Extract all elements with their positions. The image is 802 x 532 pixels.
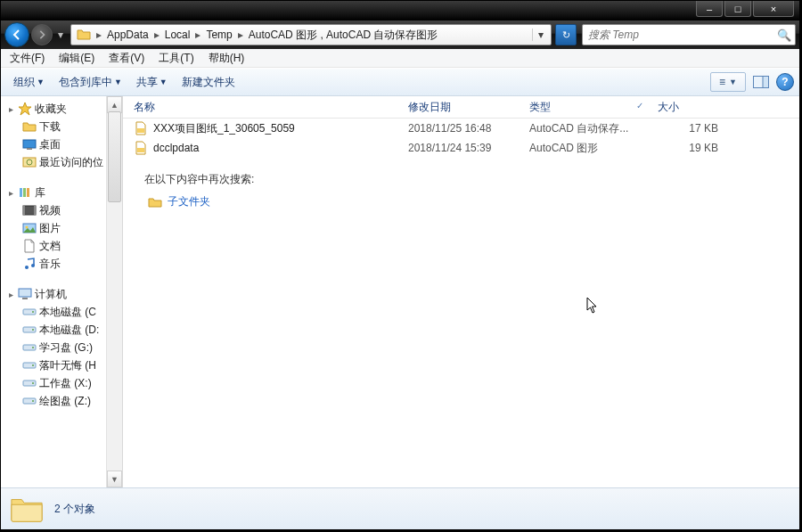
close-button[interactable]: × xyxy=(753,1,794,17)
library-icon xyxy=(18,185,32,200)
list-icon: ≡ xyxy=(719,76,725,88)
tree-label: 本地磁盘 (C xyxy=(39,305,96,320)
mouse-cursor-icon xyxy=(586,297,599,318)
dwg-file-icon xyxy=(134,121,148,135)
menu-view[interactable]: 查看(V) xyxy=(103,50,150,67)
file-date: 2018/11/25 16:48 xyxy=(397,122,519,135)
svg-point-30 xyxy=(32,400,34,402)
new-folder-button[interactable]: 新建文件夹 xyxy=(175,73,242,92)
tree-drive-h[interactable]: 落叶无悔 (H xyxy=(1,356,122,374)
preview-pane-button[interactable] xyxy=(751,73,771,91)
tree-label: 视频 xyxy=(39,203,61,218)
tree-libraries[interactable]: ▸ 库 xyxy=(1,184,122,201)
organize-button[interactable]: 组织▼ xyxy=(6,73,52,92)
svg-rect-11 xyxy=(23,206,25,215)
scroll-down-icon[interactable]: ▼ xyxy=(107,471,122,487)
tree-drive-x[interactable]: 工作盘 (X:) xyxy=(1,374,122,392)
tree-label: 计算机 xyxy=(35,287,67,302)
search-box[interactable]: 🔍 xyxy=(582,24,796,45)
tree-music[interactable]: 音乐 xyxy=(1,255,122,273)
search-again-label: 在以下内容中再次搜索: xyxy=(144,172,778,187)
dwg-file-icon xyxy=(134,141,148,155)
drive-icon xyxy=(22,376,37,390)
file-list-pane: 名称 修改日期 类型 ✓ 大小 XXX项目图纸_1_30605_5059 201… xyxy=(123,96,799,487)
file-type: AutoCAD 图形 xyxy=(519,141,647,156)
tree-documents[interactable]: 文档 xyxy=(1,237,122,255)
breadcrumb-dropdown[interactable]: ▾ xyxy=(532,29,549,41)
expand-arrow-icon[interactable]: ▸ xyxy=(6,290,15,299)
share-label: 共享 xyxy=(136,75,158,90)
svg-rect-17 xyxy=(19,289,31,297)
menu-tools[interactable]: 工具(T) xyxy=(153,50,199,67)
tree-desktop[interactable]: 桌面 xyxy=(1,135,122,153)
tree-label: 落叶无悔 (H xyxy=(39,358,96,373)
menu-edit[interactable]: 编辑(E) xyxy=(53,50,100,67)
svg-rect-32 xyxy=(137,148,144,152)
column-date[interactable]: 修改日期 xyxy=(397,96,519,118)
file-name: XXX项目图纸_1_30605_5059 xyxy=(153,121,295,136)
include-library-button[interactable]: 包含到库中▼ xyxy=(52,73,129,92)
svg-rect-4 xyxy=(27,148,32,150)
new-folder-label: 新建文件夹 xyxy=(182,75,235,90)
breadcrumb-segment[interactable]: AppData xyxy=(103,29,152,41)
breadcrumb-segment[interactable]: Local xyxy=(161,29,194,41)
refresh-button[interactable]: ↻ xyxy=(555,24,577,45)
help-button[interactable]: ? xyxy=(776,73,794,91)
tree-label: 文档 xyxy=(39,239,61,254)
video-icon xyxy=(22,203,37,217)
svg-point-15 xyxy=(25,266,29,269)
nav-back-button[interactable] xyxy=(4,22,29,47)
file-row[interactable]: XXX项目图纸_1_30605_5059 2018/11/25 16:48 Au… xyxy=(123,119,799,138)
nav-forward-button[interactable] xyxy=(31,24,53,45)
nav-history-dropdown[interactable]: ▾ xyxy=(54,25,67,45)
tree-drive-d[interactable]: 本地磁盘 (D: xyxy=(1,321,122,339)
minimize-button[interactable]: – xyxy=(696,1,723,17)
expand-arrow-icon[interactable]: ▸ xyxy=(6,188,15,198)
folder-icon xyxy=(76,27,92,43)
column-size[interactable]: ✓ 大小 xyxy=(647,96,729,118)
breadcrumb-segment[interactable]: Temp xyxy=(202,29,235,41)
status-bar: 2 个对象 xyxy=(1,487,799,529)
sidebar-scrollbar[interactable]: ▲ ▼ xyxy=(106,96,122,487)
share-button[interactable]: 共享▼ xyxy=(129,73,175,92)
tree-favorites[interactable]: ▸ 收藏夹 xyxy=(1,100,122,118)
menu-help[interactable]: 帮助(H) xyxy=(203,50,250,67)
tree-videos[interactable]: 视频 xyxy=(1,201,122,219)
tree-pictures[interactable]: 图片 xyxy=(1,219,122,237)
breadcrumb-segment[interactable]: AutoCAD 图形 , AutoCAD 自动保存图形 xyxy=(245,28,442,43)
column-name[interactable]: 名称 xyxy=(123,96,397,118)
breadcrumb-bar[interactable]: ▸ AppData ▸ Local ▸ Temp ▸ AutoCAD 图形 , … xyxy=(70,24,552,45)
menu-file[interactable]: 文件(F) xyxy=(4,50,50,67)
drive-icon xyxy=(22,305,37,319)
chevron-right-icon[interactable]: ▸ xyxy=(193,29,202,41)
file-row[interactable]: dcclpdata 2018/11/24 15:39 AutoCAD 图形 19… xyxy=(123,138,799,158)
chevron-right-icon[interactable]: ▸ xyxy=(94,29,103,41)
search-input[interactable] xyxy=(586,28,777,42)
tree-label: 库 xyxy=(35,185,45,201)
tree-label: 最近访问的位 xyxy=(39,155,103,170)
column-type[interactable]: 类型 xyxy=(519,96,647,118)
expand-arrow-icon[interactable]: ▸ xyxy=(6,104,15,114)
tree-computer[interactable]: ▸ 计算机 xyxy=(1,285,122,303)
chevron-right-icon[interactable]: ▸ xyxy=(152,29,161,41)
tree-label: 图片 xyxy=(39,221,61,236)
view-mode-button[interactable]: ≡▼ xyxy=(710,72,746,92)
include-label: 包含到库中 xyxy=(59,75,112,90)
svg-rect-12 xyxy=(34,206,36,215)
tree-drive-c[interactable]: 本地磁盘 (C xyxy=(1,303,122,321)
scroll-thumb[interactable] xyxy=(108,111,121,202)
tree-label: 音乐 xyxy=(39,257,61,272)
folder-large-icon xyxy=(10,494,44,524)
subfolders-label: 子文件夹 xyxy=(168,194,210,209)
search-subfolders-link[interactable]: 子文件夹 xyxy=(148,194,774,209)
svg-rect-9 xyxy=(27,188,29,197)
chevron-right-icon[interactable]: ▸ xyxy=(236,29,245,41)
tree-drive-z[interactable]: 绘图盘 (Z:) xyxy=(1,392,122,410)
tree-downloads[interactable]: 下载 xyxy=(1,118,122,135)
tree-drive-g[interactable]: 学习盘 (G:) xyxy=(1,339,122,356)
maximize-button[interactable]: □ xyxy=(724,1,751,17)
search-icon[interactable]: 🔍 xyxy=(777,29,791,42)
svg-marker-2 xyxy=(19,102,31,115)
svg-rect-7 xyxy=(20,188,22,197)
tree-recent[interactable]: 最近访问的位 xyxy=(1,153,122,171)
